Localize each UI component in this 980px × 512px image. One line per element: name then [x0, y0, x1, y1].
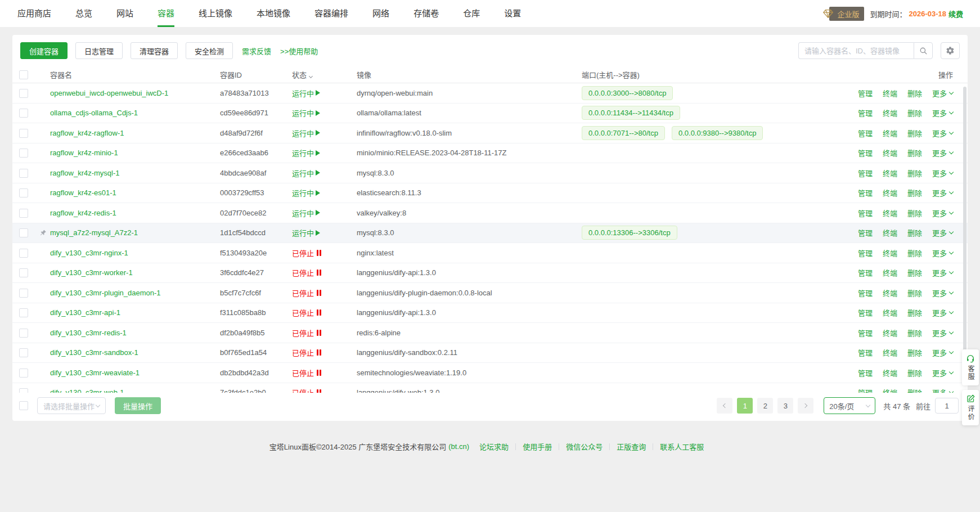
delete-link[interactable]: 删除 — [907, 367, 922, 378]
more-link[interactable]: 更多 — [932, 187, 953, 198]
container-name-link[interactable]: dify_v130_c3mr-web-1 — [50, 388, 124, 393]
container-name-link[interactable]: ragflow_kr4z-redis-1 — [50, 209, 116, 217]
manage-link[interactable]: 管理 — [858, 107, 873, 118]
container-name-link[interactable]: ragflow_kr4z-minio-1 — [50, 149, 118, 157]
status-badge[interactable]: 运行中 — [292, 168, 320, 178]
row-checkbox[interactable] — [19, 188, 28, 197]
delete-link[interactable]: 删除 — [907, 347, 922, 358]
search-button[interactable] — [914, 42, 933, 59]
row-checkbox[interactable] — [19, 249, 28, 258]
terminal-link[interactable]: 终端 — [883, 168, 897, 178]
status-badge[interactable]: 已停止 — [292, 248, 323, 258]
delete-link[interactable]: 删除 — [907, 88, 922, 98]
clean-container-button[interactable]: 清理容器 — [131, 42, 178, 59]
delete-link[interactable]: 删除 — [907, 107, 922, 118]
status-badge[interactable]: 运行中 — [292, 88, 320, 98]
terminal-link[interactable]: 终端 — [883, 107, 897, 118]
nav-item[interactable]: 本地镜像 — [257, 0, 290, 27]
more-link[interactable]: 更多 — [932, 147, 953, 158]
more-link[interactable]: 更多 — [932, 347, 953, 358]
row-checkbox[interactable] — [19, 89, 28, 98]
delete-link[interactable]: 删除 — [907, 147, 922, 158]
page-button[interactable]: 1 — [737, 398, 753, 414]
page-button[interactable]: 2 — [757, 398, 773, 414]
status-badge[interactable]: 运行中 — [292, 147, 320, 158]
status-badge[interactable]: 已停止 — [292, 307, 323, 318]
manage-link[interactable]: 管理 — [858, 187, 873, 198]
row-checkbox[interactable] — [19, 149, 28, 158]
terminal-link[interactable]: 终端 — [883, 347, 897, 358]
container-name-link[interactable]: dify_v130_c3mr-sandbox-1 — [50, 348, 138, 357]
status-badge[interactable]: 运行中 — [292, 208, 320, 218]
row-checkbox[interactable] — [19, 228, 28, 237]
batch-apply-button[interactable]: 批量操作 — [115, 397, 161, 414]
page-button[interactable]: 3 — [777, 398, 793, 414]
manage-link[interactable]: 管理 — [858, 367, 873, 378]
container-name-link[interactable]: dify_v130_c3mr-worker-1 — [50, 268, 133, 277]
row-checkbox[interactable] — [19, 388, 28, 393]
nav-item[interactable]: 仓库 — [463, 0, 480, 27]
more-link[interactable]: 更多 — [932, 88, 953, 98]
manage-link[interactable]: 管理 — [858, 267, 873, 278]
container-name-link[interactable]: ragflow_kr4z-es01-1 — [50, 188, 116, 197]
container-name-link[interactable]: ollama_cdjs-ollama_Cdjs-1 — [50, 109, 138, 117]
nav-item[interactable]: 总览 — [75, 0, 92, 27]
nav-item[interactable]: 存储卷 — [413, 0, 439, 27]
container-name-link[interactable]: dify_v130_c3mr-weaviate-1 — [50, 369, 140, 377]
nav-item[interactable]: 容器编排 — [314, 0, 348, 27]
footer-link[interactable]: 微信公众号 — [566, 441, 603, 452]
manage-link[interactable]: 管理 — [858, 208, 873, 218]
nav-item[interactable]: 设置 — [504, 0, 521, 27]
row-checkbox[interactable] — [19, 209, 28, 218]
more-link[interactable]: 更多 — [932, 288, 953, 298]
terminal-link[interactable]: 终端 — [883, 367, 897, 378]
container-name-link[interactable]: mysql_a7z2-mysql_A7z2-1 — [50, 228, 138, 237]
footer-link[interactable]: 论坛求助 — [479, 441, 509, 452]
status-badge[interactable]: 运行中 — [292, 227, 320, 238]
delete-link[interactable]: 删除 — [907, 307, 922, 318]
feedback-link[interactable]: 需求反馈 — [242, 46, 271, 56]
delete-link[interactable]: 删除 — [907, 208, 922, 218]
more-link[interactable]: 更多 — [932, 307, 953, 318]
more-link[interactable]: 更多 — [932, 327, 953, 338]
delete-link[interactable]: 删除 — [907, 267, 922, 278]
status-badge[interactable]: 运行中 — [292, 128, 320, 138]
terminal-link[interactable]: 终端 — [883, 248, 897, 258]
row-checkbox[interactable] — [19, 289, 28, 298]
terminal-link[interactable]: 终端 — [883, 327, 897, 338]
status-badge[interactable]: 已停止 — [292, 347, 323, 358]
manage-link[interactable]: 管理 — [858, 88, 873, 98]
row-checkbox[interactable] — [19, 169, 28, 178]
delete-link[interactable]: 删除 — [907, 168, 922, 178]
delete-link[interactable]: 删除 — [907, 227, 922, 238]
row-checkbox[interactable] — [19, 308, 28, 317]
nav-item[interactable]: 网络 — [372, 0, 389, 27]
manage-link[interactable]: 管理 — [858, 168, 873, 178]
more-link[interactable]: 更多 — [932, 387, 953, 393]
delete-link[interactable]: 删除 — [907, 187, 922, 198]
row-checkbox[interactable] — [19, 268, 28, 277]
row-checkbox[interactable] — [19, 129, 28, 138]
more-link[interactable]: 更多 — [932, 227, 953, 238]
terminal-link[interactable]: 终端 — [883, 88, 897, 98]
table-scrollbar[interactable] — [963, 87, 966, 377]
terminal-link[interactable]: 终端 — [883, 307, 897, 318]
manage-link[interactable]: 管理 — [858, 128, 873, 138]
batch-action-select[interactable]: 请选择批量操作 — [37, 397, 106, 414]
status-badge[interactable]: 运行中 — [292, 107, 320, 118]
container-name-link[interactable]: ragflow_kr4z-mysql-1 — [50, 169, 120, 177]
terminal-link[interactable]: 终端 — [883, 187, 897, 198]
terminal-link[interactable]: 终端 — [883, 147, 897, 158]
terminal-link[interactable]: 终端 — [883, 208, 897, 218]
manage-link[interactable]: 管理 — [858, 227, 873, 238]
manage-link[interactable]: 管理 — [858, 147, 873, 158]
settings-button[interactable] — [941, 42, 960, 59]
more-link[interactable]: 更多 — [932, 107, 953, 118]
prev-page-button[interactable] — [717, 398, 732, 414]
manage-link[interactable]: 管理 — [858, 347, 873, 358]
status-badge[interactable]: 已停止 — [292, 367, 323, 378]
manage-link[interactable]: 管理 — [858, 248, 873, 258]
status-badge[interactable]: 运行中 — [292, 187, 320, 198]
manage-link[interactable]: 管理 — [858, 288, 873, 298]
delete-link[interactable]: 删除 — [907, 248, 922, 258]
